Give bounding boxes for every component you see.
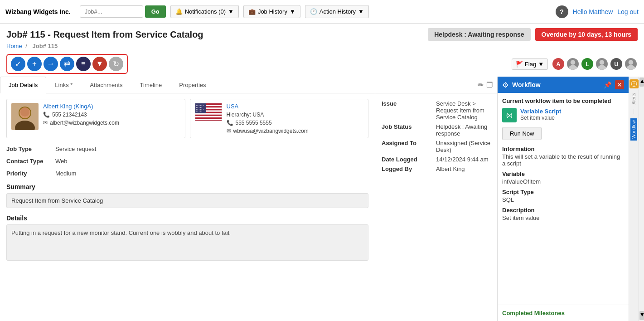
- workflow-item-sub: Set item value: [520, 115, 561, 121]
- email-icon: ✉: [43, 120, 48, 126]
- avatar-user3[interactable]: [624, 57, 638, 71]
- meta-date-label: Date Logged: [382, 156, 431, 163]
- chevron-down-icon-2: ▼: [290, 8, 295, 15]
- logout-link[interactable]: Log out: [617, 8, 639, 15]
- tab-links[interactable]: Links *: [46, 77, 81, 93]
- summary-box: Request Item from Service Catalog: [6, 193, 368, 208]
- tab-attachments[interactable]: Attachments: [81, 77, 131, 93]
- edit-icon[interactable]: ✏: [478, 81, 484, 89]
- meta-logged-by-label: Logged By: [382, 165, 431, 172]
- go-button[interactable]: Go: [145, 5, 166, 18]
- details-section: Details Putting in a request for a new m…: [6, 214, 368, 261]
- breadcrumb-separator: /: [25, 43, 27, 49]
- scroll-down-arrow[interactable]: ▼: [639, 311, 644, 320]
- job-status-area: Helpdesk : Awaiting response Overdue by …: [428, 28, 638, 41]
- scrollbar[interactable]: ▲ ▼: [639, 77, 644, 321]
- meta-logged-by-value: Albert King: [436, 165, 465, 172]
- briefcase-icon: 💼: [248, 8, 256, 15]
- side-divider: [634, 109, 634, 114]
- workflow-pin-icon[interactable]: 📌: [604, 81, 611, 88]
- hello-link[interactable]: Hello Matthew: [573, 8, 613, 15]
- fields-section: Job Type Service request Contact Type We…: [6, 144, 368, 179]
- meta-assigned-to: Assigned To Unassigned (Service Desk): [382, 138, 491, 155]
- org-phone-value: 555 5555 5555: [236, 120, 272, 126]
- search-area: Go: [80, 5, 166, 18]
- workflow-title: Workflow: [512, 81, 600, 88]
- tab-job-details[interactable]: Job Details: [0, 77, 46, 93]
- wf-script-type-value: SQL: [502, 196, 624, 203]
- svg-point-10: [20, 107, 29, 117]
- transfer-action-icon[interactable]: ⇄: [60, 57, 74, 71]
- refresh-action-icon[interactable]: ↻: [109, 57, 123, 71]
- flag-icon: 🚩: [516, 61, 523, 68]
- wf-script-type-title: Script Type: [502, 189, 624, 195]
- wf-script-type-section: Script Type SQL: [502, 189, 624, 203]
- workflow-body: Current workflow item to be completed (x…: [498, 93, 629, 305]
- avatar-a[interactable]: A: [552, 57, 565, 71]
- svg-point-5: [626, 65, 635, 71]
- workflow-current-label: Current workflow item to be completed: [502, 97, 624, 104]
- action-history-button[interactable]: 🕐 Action History ▼: [305, 5, 369, 18]
- avatar-l[interactable]: L: [581, 57, 594, 71]
- org-phone: 📞 555 5555 5555: [227, 120, 309, 126]
- org-name-link[interactable]: USA: [227, 103, 309, 110]
- search-input[interactable]: [80, 5, 143, 18]
- contact-type-field: Contact Type Web: [6, 156, 368, 166]
- org-card: ★★★★★★ ★★★★★ ★★★★★★ ★★★★★ USA Hierarchy:…: [190, 99, 369, 138]
- wf-description-value: Set item value: [502, 214, 624, 221]
- avatar-user2[interactable]: [595, 57, 609, 71]
- contact-name-link[interactable]: Albert King (KingA): [43, 103, 119, 110]
- workflow-footer: Completed Milestones: [498, 305, 629, 321]
- tab-properties[interactable]: Properties: [170, 77, 214, 93]
- job-title-row: Job# 115 - Request Item from Service Cat…: [6, 28, 638, 41]
- email-value: albert@wizbangwidgets.com: [50, 120, 119, 126]
- breadcrumb-home[interactable]: Home: [6, 43, 22, 49]
- wf-information-title: Information: [502, 146, 624, 152]
- details-title: Details: [6, 214, 368, 222]
- alerts-icon[interactable]: [629, 79, 639, 88]
- workflow-close-button[interactable]: ✕: [615, 80, 624, 89]
- menu-action-icon[interactable]: ≡: [76, 57, 91, 71]
- breadcrumb-current: Job# 115: [33, 43, 58, 49]
- job-history-button[interactable]: 💼 Job History ▼: [243, 5, 300, 18]
- chevron-down-icon-3: ▼: [358, 8, 364, 15]
- svg-point-2: [600, 60, 604, 64]
- job-type-field: Job Type Service request: [6, 144, 368, 154]
- svg-point-1: [568, 65, 577, 71]
- variable-script-icon: (x): [506, 112, 512, 118]
- tab-edit-icons: ✏ ❐: [478, 77, 497, 93]
- workflow-item-name: Variable Script: [520, 108, 561, 115]
- job-header: Job# 115 - Request Item from Service Cat…: [0, 24, 644, 51]
- flag-button[interactable]: 🚩 Flag ▼: [512, 58, 548, 70]
- add-action-icon[interactable]: +: [27, 57, 42, 71]
- wf-description-section: Description Set item value: [502, 207, 624, 221]
- notifications-button[interactable]: 🔔 Notifications (0) ▼: [170, 5, 239, 18]
- workflow-panel: ⚙ Workflow 📌 ✕ Current workflow item to …: [497, 77, 629, 321]
- priority-value: Medium: [55, 170, 76, 177]
- run-now-button[interactable]: Run Now: [502, 127, 542, 140]
- workflow-side-tab[interactable]: Workflow: [630, 118, 637, 141]
- avatar-user1[interactable]: [566, 57, 580, 71]
- alerts-side-tab[interactable]: Alerts: [631, 93, 636, 105]
- job-details-left: Albert King (KingA) 📞 555 21342143 ✉ alb…: [0, 93, 375, 320]
- copy-icon[interactable]: ❐: [486, 81, 493, 89]
- action-icons-box: ✓ + → ⇄ ≡ ▼ ↻: [6, 54, 128, 74]
- notifications-label: Notifications (0): [185, 8, 226, 15]
- meta-date-value: 14/12/2024 9:44 am: [436, 156, 489, 163]
- org-hierarchy-value: Hierarchy: USA: [227, 112, 264, 118]
- help-button[interactable]: ?: [556, 5, 568, 18]
- svg-rect-17: [195, 119, 222, 120]
- content-area: Job Details Links * Attachments Timeline…: [0, 77, 644, 321]
- workflow-icon: ⚙: [502, 81, 508, 89]
- tab-timeline[interactable]: Timeline: [131, 77, 171, 93]
- forward-action-icon[interactable]: →: [44, 57, 58, 71]
- job-type-value: Service request: [55, 146, 96, 152]
- org-email-value: wbwusa@wizbangwidgets.com: [233, 128, 309, 134]
- down-action-icon[interactable]: ▼: [92, 57, 107, 71]
- avatar-u[interactable]: U: [610, 57, 623, 71]
- completed-milestones-link[interactable]: Completed Milestones: [502, 310, 565, 316]
- check-action-icon[interactable]: ✓: [11, 57, 25, 71]
- priority-field: Priority Medium: [6, 168, 368, 179]
- wf-information-value: This will set a variable to the result o…: [502, 153, 624, 167]
- scroll-up-arrow[interactable]: ▲: [639, 78, 644, 87]
